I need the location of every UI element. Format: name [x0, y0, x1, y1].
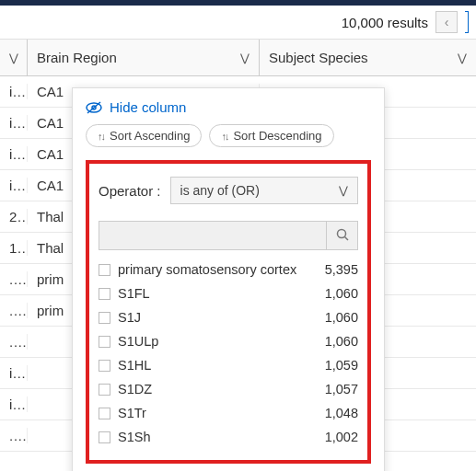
cell-a: ... — [0, 303, 28, 318]
results-count: 10,000 results — [342, 15, 428, 30]
filter-search-button[interactable] — [326, 222, 357, 249]
option-count: 1,060 — [325, 334, 358, 349]
checkbox[interactable] — [99, 336, 110, 348]
cell-a: 21 — [0, 209, 28, 224]
cell-a: ... — [0, 334, 28, 350]
hide-column-label: Hide column — [110, 99, 186, 115]
pager-prev-button[interactable]: ‹ — [435, 11, 458, 33]
search-icon — [336, 228, 349, 244]
option-count: 1,057 — [325, 382, 358, 396]
column-label: Brain Region — [37, 50, 117, 65]
checkbox[interactable] — [99, 312, 110, 324]
filter-option[interactable]: S1ULp1,060 — [99, 329, 358, 353]
sort-asc-icon: ↑↓ — [98, 131, 104, 142]
svg-line-4 — [344, 236, 348, 240]
checkbox[interactable] — [99, 384, 110, 396]
svg-point-3 — [337, 229, 345, 237]
table-header: ⋁ Brain Region ⋁ Subject Species ⋁ — [0, 40, 476, 76]
cell-a: i... — [0, 84, 28, 99]
filter-search-row — [99, 221, 358, 250]
sort-desc-icon: ↑↓ — [221, 131, 227, 142]
option-count: 1,060 — [325, 310, 358, 325]
sort-descending-button[interactable]: ↑↓ Sort Descending — [209, 124, 333, 147]
results-bar: 10,000 results ‹ — [0, 6, 476, 40]
cell-a: 19 — [0, 240, 28, 256]
filter-options-list: primary somatosensory cortex5,395S1FL1,0… — [99, 258, 358, 449]
chevron-down-icon: ⋁ — [240, 52, 250, 64]
operator-row: Operator : is any of (OR) ⋁ — [99, 177, 358, 204]
operator-label: Operator : — [99, 183, 161, 199]
sort-row: ↑↓ Sort Ascending ↑↓ Sort Descending — [86, 124, 371, 147]
checkbox[interactable] — [99, 360, 110, 372]
filter-option[interactable]: S1FL1,060 — [99, 281, 358, 305]
sort-ascending-button[interactable]: ↑↓ Sort Ascending — [86, 124, 202, 147]
cell-a: i... — [0, 115, 28, 131]
operator-value: is any of (OR) — [180, 183, 260, 198]
cell-a: ... — [0, 428, 28, 443]
option-count: 5,395 — [325, 262, 358, 277]
sort-asc-label: Sort Ascending — [110, 129, 190, 143]
filter-option[interactable]: S1Sh1,002 — [99, 425, 358, 449]
pager-next-button[interactable] — [465, 11, 469, 33]
option-name: S1DZ — [118, 382, 318, 396]
filter-highlight-box: Operator : is any of (OR) ⋁ primary soma… — [86, 160, 371, 464]
eye-off-icon — [86, 101, 102, 114]
filter-option[interactable]: S1Tr1,048 — [99, 401, 358, 425]
checkbox[interactable] — [99, 408, 110, 419]
checkbox[interactable] — [99, 264, 110, 276]
filter-option[interactable]: S1DZ1,057 — [99, 377, 358, 401]
option-name: S1ULp — [118, 334, 318, 349]
option-count: 1,059 — [325, 358, 358, 373]
option-name: S1Tr — [118, 406, 318, 420]
column-header-expand[interactable]: ⋁ — [0, 40, 28, 75]
option-name: S1HL — [118, 358, 318, 373]
hide-column-button[interactable]: Hide column — [86, 99, 371, 115]
column-header-brain-region[interactable]: Brain Region ⋁ — [28, 40, 260, 75]
column-filter-popup: Hide column ↑↓ Sort Ascending ↑↓ Sort De… — [72, 87, 385, 471]
chevron-down-icon: ⋁ — [9, 52, 18, 64]
option-name: S1FL — [118, 286, 318, 301]
cell-a: i... — [0, 396, 28, 412]
filter-option[interactable]: S1HL1,059 — [99, 353, 358, 377]
option-name: S1J — [118, 310, 318, 325]
column-header-subject-species[interactable]: Subject Species ⋁ — [260, 40, 476, 75]
filter-option[interactable]: S1J1,060 — [99, 305, 358, 329]
chevron-down-icon: ⋁ — [458, 52, 467, 64]
cell-a: i... — [0, 146, 28, 162]
option-name: S1Sh — [118, 430, 318, 444]
cell-a: ... — [0, 271, 28, 287]
option-count: 1,048 — [325, 406, 358, 420]
filter-option[interactable]: primary somatosensory cortex5,395 — [99, 258, 358, 281]
option-name: primary somatosensory cortex — [118, 262, 318, 277]
option-count: 1,002 — [325, 430, 358, 444]
cell-a: i... — [0, 178, 28, 193]
filter-search-input[interactable] — [99, 222, 326, 249]
cell-a: i... — [0, 365, 28, 381]
checkbox[interactable] — [99, 431, 110, 443]
operator-select[interactable]: is any of (OR) ⋁ — [170, 177, 358, 204]
option-count: 1,060 — [325, 286, 358, 301]
column-label: Subject Species — [269, 50, 368, 65]
chevron-down-icon: ⋁ — [339, 184, 348, 197]
sort-desc-label: Sort Descending — [233, 129, 321, 143]
checkbox[interactable] — [99, 288, 110, 300]
